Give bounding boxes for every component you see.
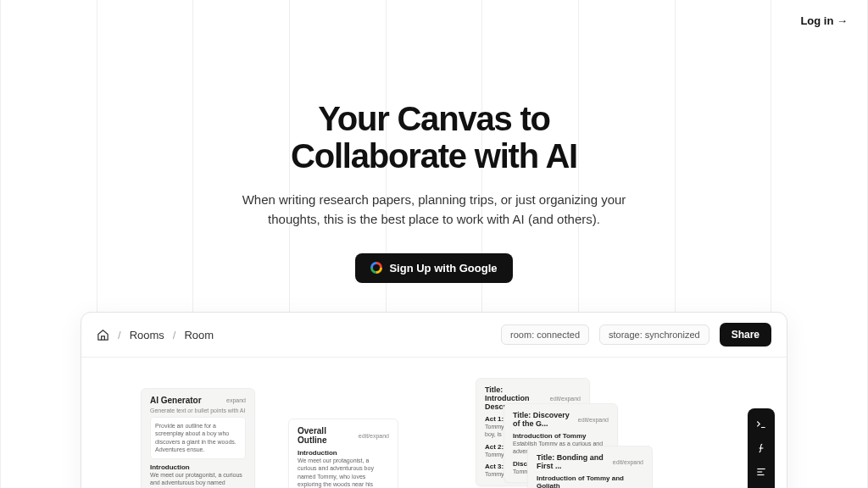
align-left-icon[interactable] [748,461,775,483]
terminal-icon[interactable] [748,413,775,435]
app-preview-frame: / Rooms / Room room: connected storage: … [81,312,787,488]
card-title: Title: Discovery of the G... [513,411,573,428]
card-title: Title: Bonding and First ... [537,453,608,470]
top-bar: Log in → [0,0,868,41]
list-icon[interactable] [748,485,775,488]
card-action[interactable]: expand [226,397,246,403]
room-toolbar: / Rooms / Room room: connected storage: … [81,313,787,358]
card-action[interactable]: edit/expand [359,433,389,439]
breadcrumb-sep: / [173,329,176,341]
storage-status-badge: storage: synchronized [599,324,709,345]
card-title: Overall Outline [298,426,353,445]
card-heading: Introduction [150,463,246,471]
card-heading: Introduction [298,449,389,457]
room-status-badge: room: connected [501,324,589,345]
login-button[interactable]: Log in → [800,14,848,27]
share-button[interactable]: Share [720,323,771,347]
signup-label: Sign Up with Google [389,262,497,274]
breadcrumb: / Rooms / Room [97,329,214,341]
card-heading: Introduction of Tommy and Goliath [537,474,643,488]
card-sub: Generate text or bullet points with AI [150,408,246,413]
card-ai-generator[interactable]: AI Generator expand Generate text or bul… [141,388,255,488]
card-action[interactable]: edit/expand [550,396,581,402]
card-action[interactable]: edit/expand [613,459,643,465]
breadcrumb-sep: / [118,329,121,341]
card-bonding[interactable]: Title: Bonding and First ... edit/expand… [527,446,653,488]
room-toolbar-right: room: connected storage: synchronized Sh… [501,323,771,347]
tool-palette [748,408,775,488]
function-icon[interactable] [748,437,775,459]
card-action[interactable]: edit/expand [578,417,609,423]
google-icon [370,262,382,274]
card-heading: Introduction of Tommy [513,432,609,440]
hero-title: Your Canvas to Collaborate with AI [0,100,868,175]
card-prompt: Provide an outline for a screenplay abou… [150,417,246,459]
hero-section: Your Canvas to Collaborate with AI When … [0,100,868,283]
card-body: We meet our protagonist, a curious and a… [150,471,246,488]
card-body: We meet our protagonist, a curious and a… [298,457,389,488]
breadcrumb-rooms[interactable]: Rooms [130,329,164,341]
home-icon[interactable] [97,329,109,341]
card-title: AI Generator [150,396,202,405]
canvas-area[interactable]: AI Generator expand Generate text or bul… [81,358,787,488]
card-overall-outline[interactable]: Overall Outline edit/expand Introduction… [288,419,398,488]
signup-google-button[interactable]: Sign Up with Google [355,253,512,283]
hero-subtitle: When writing research papers, planning t… [235,190,633,230]
breadcrumb-room[interactable]: Room [184,329,214,341]
